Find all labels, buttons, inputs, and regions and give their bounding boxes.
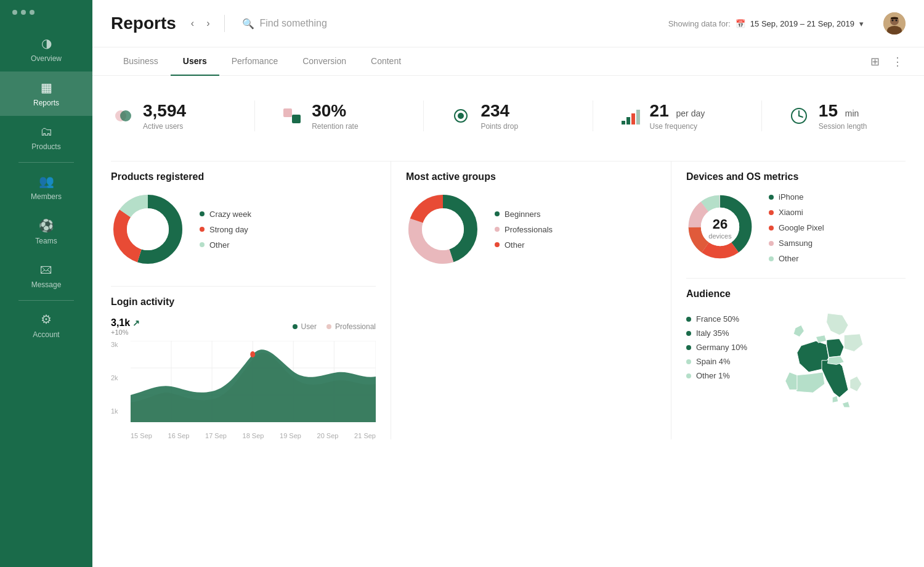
date-label: Showing data for: <box>668 19 731 28</box>
search-icon: 🔍 <box>242 18 254 30</box>
y-label-1k: 1k <box>111 407 128 415</box>
audience-section: Audience France 50% Italy 35% <box>686 278 906 408</box>
audience-title: Audience <box>686 288 906 300</box>
legend-other-devices: Other <box>769 254 824 263</box>
window-controls <box>0 10 34 15</box>
login-activity-section: Login activity 3,1k ↗ +10% <box>111 286 376 439</box>
legend-user: User <box>293 322 317 331</box>
page-title: Reports <box>111 14 176 33</box>
audience-legend: France 50% Italy 35% Germany 10% <box>686 314 747 380</box>
stat-use-frequency: 21 per day Use frequency <box>618 101 737 131</box>
legend-dot <box>200 242 205 247</box>
nav-forward-button[interactable]: › <box>201 15 214 31</box>
legend-dot <box>686 359 691 364</box>
x-label-15sep: 15 Sep <box>131 432 152 439</box>
sidebar-item-reports[interactable]: ▦ Reports <box>0 71 92 116</box>
col-mid: Most active groups <box>391 161 671 439</box>
svg-point-4 <box>896 20 898 22</box>
legend-label: Strong day <box>209 225 248 234</box>
x-label-20sep: 20 Sep <box>317 432 339 439</box>
login-legend: User Professional <box>293 322 376 331</box>
use-frequency-value: 21 per day <box>650 101 705 121</box>
retention-value: 30% <box>312 101 358 121</box>
devices-donut-container: 26 devices iPhone Xiaomi <box>686 192 906 263</box>
tab-content[interactable]: Content <box>359 47 413 76</box>
sidebar-item-account[interactable]: ⚙ Account <box>0 303 92 348</box>
stats-divider-4 <box>761 100 762 131</box>
legend-dot <box>495 227 500 232</box>
sidebar-item-overview[interactable]: ◑ Overview <box>0 27 92 71</box>
search-container[interactable]: 🔍 Find something <box>235 13 658 35</box>
devices-title: Devices and OS metrics <box>686 171 906 182</box>
members-icon: 👥 <box>39 174 54 189</box>
tab-conversion[interactable]: Conversion <box>290 47 359 76</box>
legend-dot <box>769 226 774 230</box>
devices-donut-wrapper: 26 devices <box>686 193 754 263</box>
x-label-17sep: 17 Sep <box>205 432 227 439</box>
sidebar-item-message[interactable]: 🖂 Message <box>0 254 92 298</box>
x-label-21sep: 21 Sep <box>354 432 376 439</box>
tab-performance[interactable]: Perfomance <box>219 47 290 76</box>
login-area-chart <box>131 341 376 422</box>
legend-label: Germany 10% <box>696 343 747 352</box>
legend-label: Professionals <box>505 225 553 234</box>
legend-professional: Professional <box>326 322 376 331</box>
svg-point-7 <box>120 110 131 121</box>
products-icon: 🗂 <box>40 124 52 139</box>
sidebar-item-label: Members <box>31 192 62 201</box>
legend-user-label: User <box>301 322 317 331</box>
stats-divider-3 <box>593 100 593 131</box>
search-placeholder: Find something <box>259 18 326 29</box>
legend-iphone: iPhone <box>769 192 824 202</box>
devices-center: 26 devices <box>708 216 731 240</box>
calendar-icon: 📅 <box>736 19 745 28</box>
stat-retention: 30% Retention rate <box>280 101 399 131</box>
stat-retention-text: 30% Retention rate <box>312 101 358 131</box>
session-length-icon <box>787 104 811 128</box>
devices-label: devices <box>708 232 731 240</box>
date-dropdown-icon[interactable]: ▾ <box>859 19 864 28</box>
legend-label: Beginners <box>505 210 541 219</box>
legend-user-dot <box>293 324 298 329</box>
legend-professional-dot <box>326 324 331 329</box>
svg-rect-8 <box>283 108 292 117</box>
content-area: 3,594 Active users 30% Retention rate <box>92 76 924 567</box>
legend-germany: Germany 10% <box>686 343 747 352</box>
legend-label: France 50% <box>696 314 739 324</box>
svg-line-18 <box>799 116 803 117</box>
svg-point-39 <box>422 208 464 250</box>
products-registered-section: Products registered <box>111 161 376 276</box>
session-label: Session length <box>819 122 867 131</box>
products-legend: Crazy week Strong day Other <box>200 210 251 250</box>
tab-business[interactable]: Business <box>111 47 171 76</box>
avatar[interactable] <box>883 12 906 35</box>
sidebar-item-teams[interactable]: ⚽ Teams <box>0 210 92 254</box>
legend-dot <box>769 195 774 200</box>
legend-dot <box>495 211 500 216</box>
x-label-16sep: 16 Sep <box>168 432 190 439</box>
legend-dot <box>769 210 774 215</box>
legend-label: Samsung <box>779 239 813 248</box>
sidebar-item-products[interactable]: 🗂 Products <box>0 116 92 160</box>
stat-session-text: 15 min Session length <box>819 101 867 131</box>
login-activity-title: Login activity <box>111 296 376 308</box>
sidebar-item-label: Products <box>31 142 60 151</box>
legend-crazy-week: Crazy week <box>200 210 251 219</box>
legend-dot <box>769 241 774 246</box>
legend-label: Other <box>779 254 799 263</box>
stats-divider-2 <box>423 100 424 131</box>
legend-dot <box>686 373 691 378</box>
stat-points-drop: 234 Points drop <box>448 101 567 131</box>
teams-icon: ⚽ <box>39 218 54 233</box>
nav-back-button[interactable]: ‹ <box>186 15 199 31</box>
sidebar-item-members[interactable]: 👥 Members <box>0 165 92 210</box>
legend-france: France 50% <box>686 314 747 324</box>
more-options-button[interactable]: ⋮ <box>890 52 906 71</box>
tab-users[interactable]: Users <box>171 47 219 76</box>
svg-point-23 <box>127 208 169 250</box>
svg-rect-13 <box>626 117 630 124</box>
layout-toggle-button[interactable]: ⊞ <box>868 52 882 71</box>
legend-professionals: Professionals <box>495 225 553 234</box>
legend-label: Other <box>209 240 230 250</box>
groups-donut-chart <box>406 192 480 266</box>
